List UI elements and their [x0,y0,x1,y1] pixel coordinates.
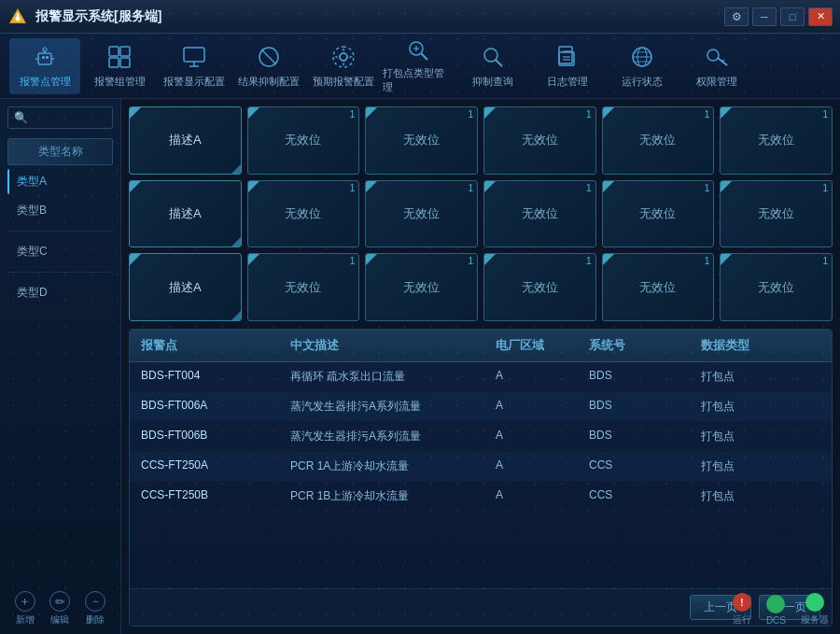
grid-cell-r2-c5[interactable]: 1无效位 [720,253,833,321]
table-row[interactable]: BDS-FT006A蒸汽发生器排污A系列流量ABDS打包点 [130,392,832,422]
grid-cell-r2-c2[interactable]: 1无效位 [365,253,478,321]
toolbar-item-alarm-point[interactable]: 报警点管理 [9,38,80,94]
toolbar-label-pre-alarm: 预期报警配置 [313,75,374,89]
table-row[interactable]: CCS-FT250BPCR 1B上游冷却水流量ACCS打包点 [130,482,832,512]
grid-cell-r1-c0[interactable]: 描述A [129,180,242,248]
grid-cell-r2-c0[interactable]: 描述A [129,253,242,321]
svg-point-2 [16,16,21,21]
status-label-0: 运行 [733,613,751,627]
edit-icon: ✏ [49,591,70,612]
status-item-1: DCS [766,595,786,626]
table-header: 报警点中文描述电厂区域系统号数据类型 [130,330,832,362]
app-logo-icon [7,7,28,27]
table-cell-r0-c4: 打包点 [701,369,794,385]
grid-cell-r2-c4[interactable]: 1无效位 [602,253,715,321]
grid-cell-r0-c0[interactable]: 描述A [129,106,242,175]
toolbar-item-result-suppress[interactable]: 结果抑制配置 [233,38,304,94]
pagination: 上一页 下一页 [130,588,832,626]
sidebar-item-typeC[interactable]: 类型C [7,239,113,264]
table-row[interactable]: BDS-FT006B蒸汽发生器排污A系列流量ABDS打包点 [130,422,832,452]
delete-action[interactable]: － 删除 [85,591,105,627]
add-icon: ＋ [15,591,35,612]
toolbar-item-pack-type[interactable]: 打包点类型管理 [383,38,454,94]
toolbar-item-auth-mgmt[interactable]: 权限管理 [681,38,752,94]
table-header-cell-1: 中文描述 [290,337,496,354]
svg-line-23 [421,53,427,60]
svg-line-40 [722,60,724,62]
search-box[interactable]: 🔍 [7,106,113,129]
table-cell-r1-c0: BDS-FT006A [141,399,290,415]
table-cell-r1-c3: BDS [589,399,701,415]
maximize-button[interactable]: □ [780,7,805,26]
sidebar-item-typeD[interactable]: 类型D [7,280,113,305]
edit-action[interactable]: ✏ 编辑 [49,591,70,627]
toolbar-label-alarm-display: 报警显示配置 [163,75,225,89]
app-title: 报警显示系统[服务端] [35,8,161,25]
table-cell-r3-c4: 打包点 [701,458,794,474]
robot-icon [31,43,59,71]
status-dot-2 [805,593,824,612]
table-header-cell-4: 数据类型 [701,337,794,354]
minimize-button[interactable]: ─ [752,7,777,26]
svg-point-38 [707,49,719,61]
status-item-0: !运行 [733,593,751,627]
grid-cell-r0-c2[interactable]: 1无效位 [365,106,478,175]
table-cell-r0-c1: 再循环 疏水泵出口流量 [290,369,496,385]
table-cell-r4-c3: CCS [589,488,701,504]
toolbar-label-result-suppress: 结果抑制配置 [238,75,300,89]
grid-cell-r0-c1[interactable]: 1无效位 [247,106,360,175]
table-cell-r2-c4: 打包点 [701,429,794,444]
toolbar-item-alarm-display[interactable]: 报警显示配置 [159,38,230,94]
close-button[interactable]: ✕ [808,7,833,26]
toolbar-item-run-status[interactable]: 运行状态 [607,38,678,94]
grid-cell-r2-c3[interactable]: 1无效位 [483,253,596,321]
search-icon: 🔍 [14,111,28,124]
status-bar: !运行DCS服务器 [733,593,829,627]
sidebar-item-typeB[interactable]: 类型B [7,198,113,223]
grid-cell-r1-c4[interactable]: 1无效位 [602,180,715,248]
gear-icon [329,43,357,71]
status-label-2: 服务器 [801,613,829,627]
sidebar-item-typeA[interactable]: 类型A [7,169,113,194]
settings-button[interactable]: ⚙ [724,7,749,26]
delete-label: 删除 [86,613,105,627]
table-body: BDS-FT004再循环 疏水泵出口流量ABDS打包点BDS-FT006A蒸汽发… [130,362,832,588]
table-row[interactable]: CCS-FT250APCR 1A上游冷却水流量ACCS打包点 [130,452,832,482]
toolbar-item-suppress-query[interactable]: 抑制查询 [457,38,528,94]
svg-rect-15 [184,48,204,62]
svg-rect-3 [17,13,19,17]
status-dot-0: ! [733,593,751,612]
grid-cell-r1-c2[interactable]: 1无效位 [365,180,478,248]
table-cell-r3-c0: CCS-FT250A [141,458,290,474]
svg-rect-5 [42,56,45,59]
title-left: 报警显示系统[服务端] [7,7,161,27]
table-area: 报警点中文描述电厂区域系统号数据类型 BDS-FT004再循环 疏水泵出口流量A… [129,329,833,627]
svg-rect-11 [109,47,119,56]
toolbar-item-log-mgmt[interactable]: 日志管理 [532,38,603,94]
toolbar-label-auth-mgmt: 权限管理 [696,75,737,89]
sidebar-divider-2 [7,272,113,273]
grid-cell-r1-c1[interactable]: 1无效位 [247,180,360,248]
table-cell-r1-c2: A [496,399,589,415]
table-cell-r0-c2: A [496,369,589,385]
grid-cell-r2-c1[interactable]: 1无效位 [247,253,360,321]
table-cell-r4-c2: A [496,488,589,504]
grid-cell-r0-c5[interactable]: 1无效位 [720,106,833,175]
toolbar-label-suppress-query: 抑制查询 [472,75,513,89]
grid-cell-r1-c5[interactable]: 1无效位 [720,180,833,248]
toolbar: 报警点管理 报警组管理 报警显示配置 [0,34,840,99]
edit-label: 编辑 [50,613,69,627]
table-header-cell-0: 报警点 [141,337,290,354]
delete-icon: － [85,591,105,612]
doc-icon [553,43,581,71]
grid-cell-r0-c4[interactable]: 1无效位 [602,106,715,175]
svg-line-27 [496,60,502,66]
table-cell-r2-c2: A [496,429,589,444]
grid-cell-r1-c3[interactable]: 1无效位 [483,180,596,248]
grid-cell-r0-c3[interactable]: 1无效位 [483,106,596,175]
add-action[interactable]: ＋ 新增 [15,591,35,627]
table-row[interactable]: BDS-FT004再循环 疏水泵出口流量ABDS打包点 [130,362,832,392]
toolbar-item-pre-alarm[interactable]: 预期报警配置 [308,38,379,94]
svg-point-8 [43,48,47,51]
toolbar-item-alarm-group[interactable]: 报警组管理 [84,38,155,94]
